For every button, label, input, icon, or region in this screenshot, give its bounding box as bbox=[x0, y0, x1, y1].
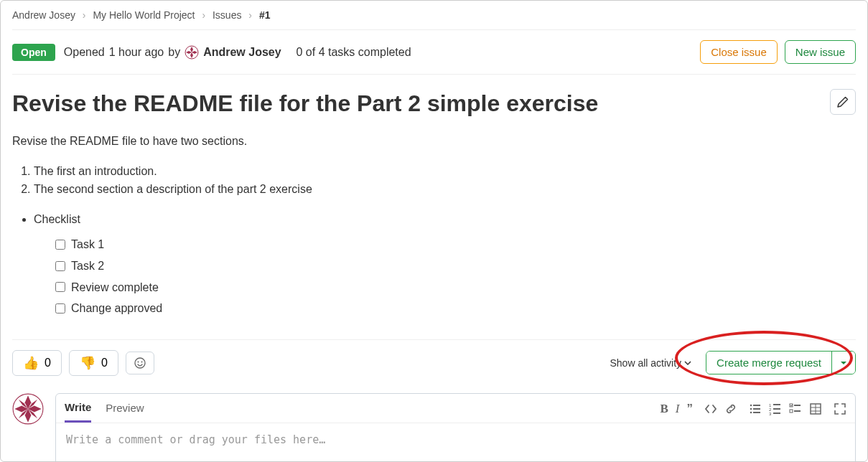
svg-point-21 bbox=[750, 411, 752, 413]
close-issue-button[interactable]: Close issue bbox=[700, 40, 778, 64]
tab-write[interactable]: Write bbox=[65, 401, 91, 423]
svg-point-7 bbox=[141, 361, 142, 362]
svg-rect-28 bbox=[773, 412, 780, 414]
fullscreen-icon[interactable] bbox=[834, 402, 846, 415]
chevron-right-icon: › bbox=[202, 9, 205, 21]
thumbs-up-icon: 👍 bbox=[23, 355, 39, 371]
pencil-icon bbox=[837, 96, 849, 108]
list-item: The first an introduction. bbox=[34, 162, 856, 181]
svg-point-19 bbox=[750, 407, 752, 410]
numbered-list-icon[interactable]: 123 bbox=[769, 402, 782, 415]
thumbs-down-icon: 👎 bbox=[80, 355, 95, 371]
opened-time: 1 hour ago bbox=[109, 46, 164, 59]
italic-icon[interactable]: I bbox=[676, 402, 680, 416]
task-item: Review complete bbox=[55, 277, 856, 298]
issue-description: Revise the README file to have two secti… bbox=[12, 125, 856, 339]
code-icon[interactable] bbox=[704, 402, 717, 415]
task-checkbox[interactable] bbox=[55, 240, 65, 250]
task-label: Task 2 bbox=[71, 257, 104, 275]
breadcrumb-owner[interactable]: Andrew Josey bbox=[12, 9, 75, 21]
author-avatar-icon bbox=[185, 45, 199, 60]
task-list: Task 1 Task 2 Review complete Change app… bbox=[55, 234, 856, 319]
caret-down-icon bbox=[841, 360, 846, 366]
svg-rect-20 bbox=[753, 408, 760, 410]
thumbs-up-count: 0 bbox=[45, 357, 51, 369]
thumbs-down-count: 0 bbox=[101, 357, 108, 369]
issue-header: Open Opened 1 hour ago by Andrew Josey 0… bbox=[12, 29, 856, 74]
svg-point-17 bbox=[750, 404, 752, 406]
svg-text:3: 3 bbox=[769, 412, 772, 415]
thumbs-down-button[interactable]: 👎 0 bbox=[69, 350, 118, 376]
table-icon[interactable] bbox=[809, 402, 822, 415]
reactions-bar: 👍 0 👎 0 Show all activity Create merge r… bbox=[12, 339, 856, 386]
chevron-down-icon bbox=[684, 359, 691, 367]
activity-filter-dropdown[interactable]: Show all activity bbox=[603, 353, 699, 373]
svg-rect-30 bbox=[794, 405, 801, 406]
svg-point-5 bbox=[135, 358, 145, 368]
activity-filter-label: Show all activity bbox=[610, 357, 682, 369]
task-item: Task 2 bbox=[55, 255, 856, 277]
svg-point-6 bbox=[137, 361, 139, 362]
task-checkbox[interactable] bbox=[55, 282, 65, 292]
current-user-avatar bbox=[12, 393, 44, 425]
status-badge: Open bbox=[12, 44, 55, 61]
task-list-icon[interactable] bbox=[789, 402, 802, 415]
breadcrumb: Andrew Josey › My Hello World Project › … bbox=[12, 1, 856, 29]
create-merge-request-dropdown[interactable] bbox=[831, 352, 855, 374]
svg-rect-24 bbox=[773, 404, 780, 405]
breadcrumb-project[interactable]: My Hello World Project bbox=[93, 9, 195, 21]
edit-issue-button[interactable] bbox=[830, 89, 856, 115]
author-link[interactable]: Andrew Josey bbox=[203, 46, 281, 59]
checklist-label: Checklist bbox=[34, 210, 856, 229]
breadcrumb-issues[interactable]: Issues bbox=[213, 9, 241, 21]
bullet-list-icon[interactable] bbox=[749, 402, 762, 415]
task-checkbox[interactable] bbox=[55, 261, 65, 271]
svg-rect-18 bbox=[753, 405, 760, 406]
task-label: Change approved bbox=[71, 299, 162, 318]
task-checkbox[interactable] bbox=[55, 303, 65, 314]
tab-preview[interactable]: Preview bbox=[106, 402, 144, 421]
create-merge-request-group: Create merge request bbox=[706, 351, 856, 374]
thumbs-up-button[interactable]: 👍 0 bbox=[12, 350, 62, 376]
link-icon[interactable] bbox=[724, 402, 737, 415]
task-label: Task 1 bbox=[71, 235, 104, 254]
chevron-right-icon: › bbox=[248, 9, 252, 21]
svg-rect-31 bbox=[790, 410, 793, 412]
issue-title: Revise the README file for the Part 2 si… bbox=[12, 89, 830, 118]
list-item: The second section a description of the … bbox=[34, 180, 856, 199]
task-item: Task 1 bbox=[55, 234, 856, 255]
new-issue-button[interactable]: New issue bbox=[785, 40, 856, 64]
comment-input[interactable] bbox=[56, 423, 855, 462]
task-item: Change approved bbox=[55, 298, 856, 319]
by-label: by bbox=[168, 46, 180, 59]
smiley-icon bbox=[134, 357, 146, 369]
create-merge-request-button[interactable]: Create merge request bbox=[706, 352, 831, 374]
add-reaction-button[interactable] bbox=[126, 352, 154, 374]
comment-editor: Write Preview B I ” 123 bbox=[55, 393, 856, 462]
description-lead: Revise the README file to have two secti… bbox=[12, 132, 856, 151]
chevron-right-icon: › bbox=[83, 9, 86, 21]
opened-label: Opened bbox=[64, 46, 105, 59]
description-ordered-list: The first an introduction. The second se… bbox=[34, 162, 856, 199]
svg-rect-26 bbox=[773, 408, 780, 410]
editor-toolbar: B I ” 123 bbox=[660, 402, 846, 422]
breadcrumb-issue-id: #1 bbox=[259, 9, 271, 21]
task-progress: 0 of 4 tasks completed bbox=[297, 46, 411, 59]
bold-icon[interactable]: B bbox=[660, 402, 668, 416]
svg-rect-32 bbox=[794, 410, 801, 412]
svg-rect-22 bbox=[753, 412, 760, 413]
quote-icon[interactable]: ” bbox=[687, 402, 694, 416]
task-label: Review complete bbox=[71, 278, 159, 297]
